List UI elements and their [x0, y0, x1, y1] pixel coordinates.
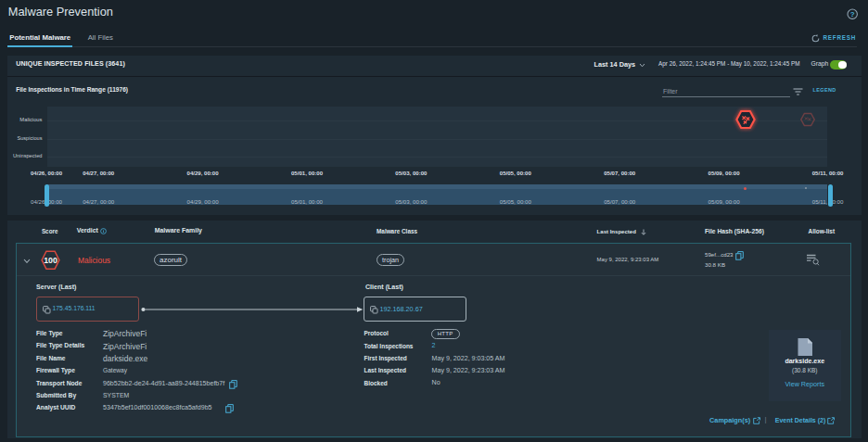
svg-text:?: ? — [850, 10, 855, 19]
svg-text:100: 100 — [44, 256, 57, 265]
